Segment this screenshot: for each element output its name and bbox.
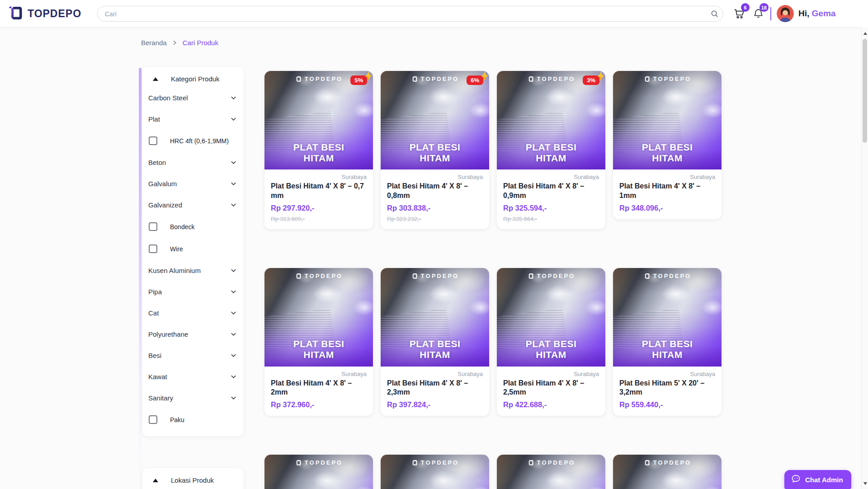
image-title: PLAT BESI HITAM: [497, 142, 605, 164]
product-title: Plat Besi Hitam 5' X 20' – 3,2mm: [619, 379, 715, 398]
page-scrollbar[interactable]: [861, 27, 868, 489]
breadcrumb-current[interactable]: Cari Produk: [183, 39, 218, 47]
user-menu[interactable]: Hi, Gema: [777, 5, 835, 22]
product-info: Surabaya Plat Besi Hitam 4' X 8' – 2,5mm…: [497, 367, 605, 416]
checkbox[interactable]: [149, 415, 157, 424]
product-card[interactable]: TOPDEPO: [381, 455, 489, 489]
panel-title: Lokasi Produk: [171, 476, 214, 484]
image-watermark: TOPDEPO: [613, 459, 722, 466]
topdepo-watermark-icon: [527, 459, 534, 466]
lokasi-produk-header[interactable]: Lokasi Produk: [142, 468, 244, 489]
image-watermark: TOPDEPO: [613, 273, 722, 279]
chat-admin-button[interactable]: Chat Admin: [784, 470, 851, 489]
panel-title: Kategori Produk: [171, 75, 220, 83]
category-label: Galvalum: [148, 180, 177, 188]
discount-value: 5%: [354, 77, 363, 84]
notifications-button[interactable]: 18: [750, 6, 766, 22]
scrollbar-up-icon[interactable]: [862, 30, 868, 37]
product-card[interactable]: TOPDEPO 3% PLAT BESI HITAM Surabaya Plat…: [497, 71, 605, 229]
discount-badge: 6%: [467, 75, 483, 85]
product-card[interactable]: TOPDEPO 6% PLAT BESI HITAM Surabaya Plat…: [381, 71, 489, 229]
discount-value: 3%: [587, 77, 595, 84]
topdepo-watermark-icon: [295, 459, 302, 466]
category-label: Galvanized: [148, 201, 182, 209]
sidebar-item-pipa[interactable]: Pipa: [142, 281, 244, 302]
checkbox[interactable]: [149, 244, 157, 253]
image-title: PLAT BESI HITAM: [381, 339, 489, 360]
sidebar-item-cat[interactable]: Cat: [142, 302, 244, 324]
image-watermark: TOPDEPO: [264, 273, 373, 279]
product-card[interactable]: TOPDEPO PLAT BESI HITAM Surabaya Plat Be…: [381, 268, 489, 416]
chevron-down-icon: [230, 373, 237, 380]
product-title: Plat Besi Hitam 4' X 8' – 2,3mm: [387, 379, 483, 398]
topdepo-watermark-icon: [643, 75, 650, 82]
product-card[interactable]: TOPDEPO PLAT BESI HITAM Surabaya Plat Be…: [264, 268, 373, 416]
sidebar-item-galvalum[interactable]: Galvalum: [142, 173, 244, 194]
product-image: TOPDEPO 3% PLAT BESI HITAM: [497, 71, 605, 169]
product-title: Plat Besi Hitam 4' X 8' – 0,7 mm: [271, 182, 367, 201]
watermark-text: TOPDEPO: [653, 75, 691, 82]
sidebar-item-sanitary[interactable]: Sanitary: [142, 387, 244, 409]
product-original-price: Rp 335.664,-: [503, 216, 599, 222]
image-watermark: TOPDEPO: [497, 273, 605, 279]
image-title: PLAT BESI HITAM: [613, 142, 722, 164]
sidebar-filter-bondeck[interactable]: Bondeck: [142, 216, 244, 238]
product-location: Surabaya: [387, 371, 483, 377]
search-input[interactable]: [98, 10, 706, 18]
discount-badge: 3%: [583, 75, 599, 85]
kategori-produk-header[interactable]: Kategori Produk: [142, 67, 244, 87]
chevron-down-icon: [230, 331, 237, 338]
chevron-down-icon: [230, 352, 237, 359]
product-card[interactable]: TOPDEPO: [264, 455, 373, 489]
cart-button[interactable]: 6: [731, 6, 747, 22]
image-watermark: TOPDEPO: [613, 75, 722, 82]
product-card[interactable]: TOPDEPO: [497, 455, 605, 489]
checkbox[interactable]: [149, 136, 157, 145]
product-image: TOPDEPO: [497, 455, 605, 489]
chevron-down-icon: [230, 94, 237, 101]
topdepo-watermark-icon: [411, 459, 418, 466]
sidebar-filter-wire[interactable]: Wire: [142, 238, 244, 260]
product-card[interactable]: TOPDEPO PLAT BESI HITAM Surabaya Plat Be…: [613, 268, 722, 416]
topdepo-watermark-icon: [411, 75, 418, 82]
search-icon[interactable]: [706, 6, 723, 21]
checkbox[interactable]: [149, 222, 157, 231]
sidebar-item-besi[interactable]: Besi: [142, 345, 244, 366]
lightning-icon: [597, 71, 604, 83]
sidebar-item-carbon-steel[interactable]: Carbon Steel: [142, 87, 244, 108]
product-image: TOPDEPO PLAT BESI HITAM: [613, 268, 722, 367]
product-card[interactable]: TOPDEPO PLAT BESI HITAM Surabaya Plat Be…: [613, 71, 722, 219]
product-location: Surabaya: [619, 371, 715, 377]
sidebar-item-kusen-aluminium[interactable]: Kusen Aluminium: [142, 260, 244, 281]
page: TOPDEPO 6: [0, 0, 868, 489]
brand-name: TOPDEPO: [28, 8, 81, 20]
product-card[interactable]: TOPDEPO 5% PLAT BESI HITAM Surabaya Plat…: [264, 71, 373, 229]
chevron-down-icon: [230, 116, 237, 122]
image-watermark: TOPDEPO: [264, 459, 373, 466]
topdepo-watermark-icon: [295, 75, 302, 82]
breadcrumb-home[interactable]: Beranda: [141, 39, 167, 47]
topdepo-logo[interactable]: TOPDEPO: [7, 5, 81, 23]
product-card[interactable]: TOPDEPO PLAT BESI HITAM Surabaya Plat Be…: [497, 268, 605, 416]
scrollbar-down-icon[interactable]: [862, 480, 868, 487]
sidebar-item-plat[interactable]: Plat: [142, 108, 244, 130]
product-title: Plat Besi Hitam 4' X 8' – 1mm: [619, 182, 715, 201]
sidebar-filter-hrc-4ft[interactable]: HRC 4ft (0,6-1,9MM): [142, 130, 244, 152]
sidebar-filter-paku[interactable]: Paku: [142, 409, 244, 431]
sidebar-item-kawat[interactable]: Kawat: [142, 366, 244, 387]
sidebar-item-galvanized[interactable]: Galvanized: [142, 194, 244, 216]
scrollbar-thumb[interactable]: [863, 39, 867, 143]
filter-label: Bondeck: [170, 223, 194, 230]
product-card[interactable]: TOPDEPO: [613, 455, 722, 489]
product-image: TOPDEPO 5% PLAT BESI HITAM: [264, 71, 373, 169]
product-info: Surabaya Plat Besi Hitam 4' X 8' – 1mm R…: [613, 169, 722, 219]
kategori-produk-panel: Kategori Produk Carbon Steel Plat HRC 4f…: [142, 67, 244, 436]
chat-admin-label: Chat Admin: [805, 476, 843, 484]
filter-label: Paku: [170, 416, 184, 423]
chevron-down-icon: [230, 180, 237, 187]
sidebar-item-polyurethane[interactable]: Polyurethane: [142, 324, 244, 345]
sidebar-item-beton[interactable]: Beton: [142, 152, 244, 173]
collapse-triangle-icon: [153, 479, 158, 482]
watermark-text: TOPDEPO: [421, 273, 459, 279]
product-price: Rp 297.920,-: [271, 204, 367, 212]
